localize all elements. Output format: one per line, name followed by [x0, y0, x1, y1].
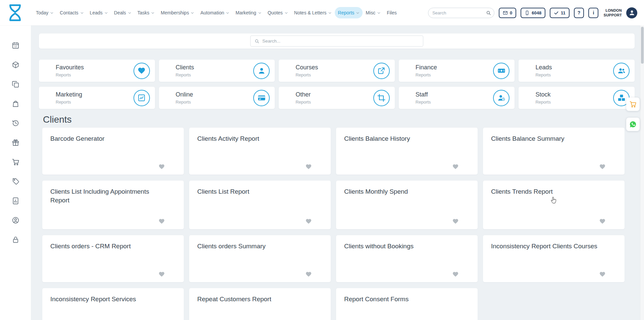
nav-item[interactable]: Files: [384, 7, 400, 18]
card-icon: [258, 94, 266, 102]
favourite-heart-icon[interactable]: [305, 164, 312, 170]
report-card[interactable]: Clients Balance Summary: [483, 128, 625, 175]
sidebar-item[interactable]: [6, 152, 25, 172]
nav-item[interactable]: Misc: [363, 7, 384, 18]
cart-icon: [629, 101, 637, 108]
report-card[interactable]: Clients List Report: [189, 181, 331, 229]
category-subtitle: Reports: [56, 100, 82, 105]
nav-item[interactable]: Quotes: [265, 7, 291, 18]
cart-icon: [12, 158, 19, 166]
history-icon: [12, 119, 19, 127]
favourite-heart-icon[interactable]: [158, 271, 165, 277]
report-card[interactable]: Clients orders Summary: [189, 235, 331, 282]
report-card[interactable]: Report Consent Forms: [336, 288, 478, 320]
category-card[interactable]: Other Reports: [279, 87, 395, 109]
sidebar-item[interactable]: [6, 94, 25, 113]
chevron-down-icon: [104, 11, 108, 15]
category-card[interactable]: Courses Reports: [279, 60, 395, 82]
report-title: Inconsistency Report Clients Courses: [491, 242, 607, 251]
nav-item[interactable]: Marketing: [232, 7, 264, 18]
report-title: Clients without Bookings: [344, 242, 460, 251]
favourite-heart-icon[interactable]: [305, 271, 312, 277]
sidebar-item[interactable]: [6, 133, 25, 152]
scrollbar[interactable]: [640, 25, 644, 320]
favourite-heart-icon[interactable]: [452, 271, 459, 277]
nav-item[interactable]: Today: [33, 7, 57, 18]
report-card[interactable]: Clients Balance History: [336, 128, 478, 175]
category-card[interactable]: Online Reports: [159, 87, 275, 109]
nav-item[interactable]: Memberships: [158, 7, 197, 18]
avatar[interactable]: [626, 7, 637, 18]
header-badge[interactable]: 0: [499, 8, 516, 18]
sidebar-item[interactable]: [6, 113, 25, 133]
nav-item[interactable]: Deals: [111, 7, 135, 18]
help-button[interactable]: ?: [574, 8, 584, 18]
category-subtitle: Reports: [416, 100, 431, 105]
report-card[interactable]: Inconsistency Report Services: [42, 288, 184, 320]
category-icon-circle: [493, 90, 509, 106]
basket-float-button[interactable]: [626, 98, 640, 111]
favourite-heart-icon[interactable]: [305, 218, 312, 225]
favourite-heart-icon[interactable]: [599, 164, 606, 170]
chevron-down-icon: [128, 11, 131, 15]
favourite-heart-icon[interactable]: [158, 164, 165, 170]
nav-item[interactable]: Reports: [335, 7, 363, 18]
category-title: Courses: [296, 64, 318, 71]
nav-item[interactable]: Tasks: [135, 7, 158, 18]
header-badge[interactable]: 6048: [521, 8, 545, 18]
report-card[interactable]: Clients Activity Report: [189, 128, 331, 175]
whatsapp-float-button[interactable]: [626, 118, 640, 131]
category-icon-circle: [133, 63, 150, 79]
category-subtitle: Reports: [416, 72, 437, 77]
category-title: Leads: [535, 64, 552, 71]
header-badge[interactable]: 11: [550, 8, 570, 18]
report-title: Report Consent Forms: [344, 295, 460, 304]
favourite-heart-icon[interactable]: [452, 218, 459, 225]
favourite-heart-icon[interactable]: [599, 271, 606, 277]
report-card[interactable]: Clients Trends Report: [483, 181, 625, 229]
report-card[interactable]: Clients List Including Appointments Repo…: [42, 181, 184, 229]
report-card[interactable]: Clients without Bookings: [336, 235, 478, 282]
report-title: Clients List Including Appointments Repo…: [50, 187, 166, 205]
category-card[interactable]: Stock Reports: [519, 87, 635, 109]
nav-item[interactable]: Contacts: [57, 7, 87, 18]
chevron-down-icon: [151, 11, 155, 15]
main-content: Favourites Reports Clients Reports: [31, 25, 644, 320]
report-title: Clients orders Summary: [197, 242, 313, 251]
sidebar-item[interactable]: [6, 191, 25, 210]
user-location-line2: SUPPORT: [603, 13, 622, 17]
report-card[interactable]: Barcode Generator: [42, 128, 184, 175]
sidebar-item[interactable]: [6, 55, 25, 74]
category-card[interactable]: Staff Reports: [399, 87, 515, 109]
category-card[interactable]: Leads Reports: [519, 60, 635, 82]
report-card[interactable]: Inconsistency Report Clients Courses: [483, 235, 625, 282]
sidebar-item[interactable]: [6, 172, 25, 191]
scrollbar-thumb[interactable]: [641, 27, 644, 64]
nav-item[interactable]: Automation: [197, 7, 232, 18]
category-title: Finance: [416, 64, 437, 71]
copy-icon: [12, 80, 19, 88]
favourite-heart-icon[interactable]: [599, 218, 606, 225]
app-logo[interactable]: [7, 3, 23, 22]
sidebar-item[interactable]: [6, 74, 25, 94]
report-card[interactable]: Repeat Customers Report: [189, 288, 331, 320]
category-card[interactable]: Marketing Reports: [39, 87, 155, 109]
category-card[interactable]: Finance Reports: [399, 60, 515, 82]
reports-search-input[interactable]: [262, 39, 419, 44]
sidebar-item[interactable]: [6, 230, 25, 249]
favourite-heart-icon[interactable]: [452, 164, 459, 170]
sidebar-item[interactable]: 12: [6, 36, 25, 55]
sidebar-item[interactable]: [6, 210, 25, 230]
favourite-heart-icon[interactable]: [158, 218, 165, 225]
nav-item[interactable]: Notes & Letters: [291, 7, 335, 18]
report-card[interactable]: Clients orders - CRM Report: [42, 235, 184, 282]
report-card[interactable]: Clients Monthly Spend: [336, 181, 478, 229]
chevron-down-icon: [356, 11, 360, 15]
info-button[interactable]: i: [588, 8, 598, 18]
nav-item[interactable]: Leads: [87, 7, 111, 18]
header-search-input[interactable]: [428, 10, 483, 15]
category-card[interactable]: Favourites Reports: [39, 60, 155, 82]
search-icon[interactable]: [483, 8, 494, 18]
category-card[interactable]: Clients Reports: [159, 60, 275, 82]
chevron-down-icon: [328, 11, 332, 15]
